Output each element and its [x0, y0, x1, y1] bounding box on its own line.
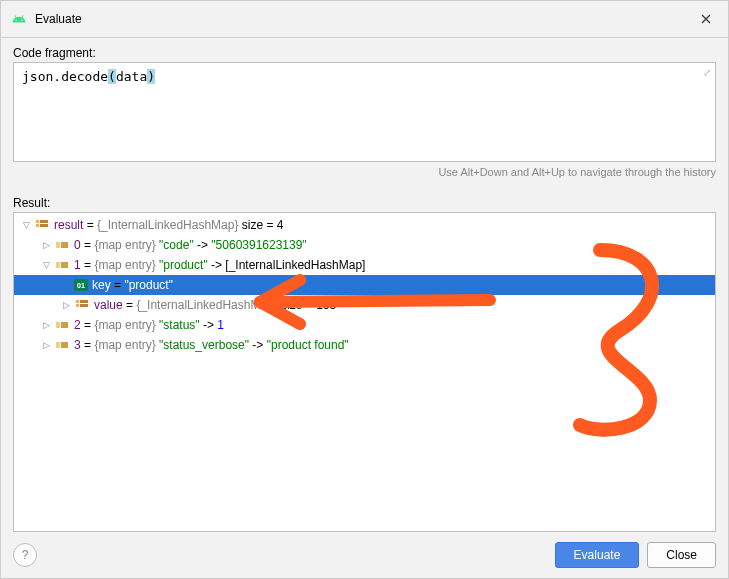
map-icon [34, 217, 50, 233]
entry-key: "status_verbose" [159, 338, 249, 352]
svg-rect-11 [80, 304, 88, 307]
chevron-right-icon[interactable]: ▷ [38, 240, 54, 250]
code-token: json.decode [22, 69, 108, 84]
tree-row-key-selected[interactable]: 01 key = "product" [14, 275, 715, 295]
var-type: {_InternalLinkedHashMap} [97, 218, 238, 232]
tree-row-entry[interactable]: ▷ 0 = {map entry} "code" -> "50603916231… [14, 235, 715, 255]
entry-tag: {map entry} [94, 338, 155, 352]
svg-rect-15 [61, 342, 68, 348]
svg-rect-9 [76, 304, 79, 307]
chevron-down-icon[interactable]: ▽ [38, 260, 54, 270]
entry-index: 1 [74, 258, 81, 272]
evaluate-dialog: Evaluate Code fragment: json.decode(data… [0, 0, 729, 579]
tree-row-root[interactable]: ▽ result = {_InternalLinkedHashMap} size… [14, 215, 715, 235]
svg-rect-13 [61, 322, 68, 328]
tree-row-entry[interactable]: ▷ 3 = {map entry} "status_verbose" -> "p… [14, 335, 715, 355]
entry-tag: {map entry} [94, 238, 155, 252]
svg-rect-7 [61, 262, 68, 268]
code-fragment-input[interactable]: json.decode(data) ⤢ [13, 62, 716, 162]
entry-value: "product found" [267, 338, 349, 352]
button-bar: ? Evaluate Close [1, 532, 728, 578]
chevron-down-icon[interactable]: ▽ [18, 220, 34, 230]
dialog-title: Evaluate [35, 12, 694, 26]
svg-rect-4 [56, 242, 60, 248]
svg-rect-0 [36, 220, 39, 223]
code-token-arg: data [116, 69, 147, 84]
map-entry-icon [54, 337, 70, 353]
entry-tag: {map entry} [94, 258, 155, 272]
svg-rect-12 [56, 322, 60, 328]
svg-rect-8 [76, 300, 79, 303]
entry-value: 1 [217, 318, 224, 332]
result-tree[interactable]: ▽ result = {_InternalLinkedHashMap} size… [13, 212, 716, 532]
entry-index: 0 [74, 238, 81, 252]
svg-rect-6 [56, 262, 60, 268]
tree-row-value[interactable]: ▷ value = {_InternalLinkedHashMap} size … [14, 295, 715, 315]
history-hint: Use Alt+Down and Alt+Up to navigate thro… [1, 162, 728, 188]
tree-row-entry[interactable]: ▷ 2 = {map entry} "status" -> 1 [14, 315, 715, 335]
android-icon [11, 11, 27, 27]
expand-icon[interactable]: ⤢ [703, 67, 711, 78]
entry-index: 2 [74, 318, 81, 332]
code-fragment-label: Code fragment: [1, 38, 728, 62]
svg-rect-2 [40, 220, 48, 223]
entry-key: "product" [159, 258, 208, 272]
close-button[interactable]: Close [647, 542, 716, 568]
map-entry-icon [54, 317, 70, 333]
entry-arrow: -> [252, 338, 263, 352]
entry-arrow: -> [203, 318, 214, 332]
child-value-type: {_InternalLinkedHashMap} [136, 298, 277, 312]
child-key-name: key [92, 278, 111, 292]
entry-arrow: -> [211, 258, 222, 272]
chevron-right-icon[interactable]: ▷ [38, 340, 54, 350]
svg-rect-14 [56, 342, 60, 348]
svg-rect-5 [61, 242, 68, 248]
string-icon: 01 [74, 279, 88, 291]
close-icon[interactable] [694, 7, 718, 31]
tree-row-entry[interactable]: ▽ 1 = {map entry} "product" -> [_Interna… [14, 255, 715, 275]
entry-tag: {map entry} [94, 318, 155, 332]
map-entry-icon [54, 237, 70, 253]
svg-rect-10 [80, 300, 88, 303]
entry-key: "code" [159, 238, 194, 252]
entry-index: 3 [74, 338, 81, 352]
chevron-right-icon[interactable]: ▷ [38, 320, 54, 330]
var-name: result [54, 218, 83, 232]
child-value-size: size = 163 [281, 298, 336, 312]
result-label: Result: [1, 188, 728, 212]
entry-value: "5060391623139" [211, 238, 306, 252]
chevron-right-icon[interactable]: ▷ [58, 300, 74, 310]
entry-key: "status" [159, 318, 200, 332]
code-token-open: ( [108, 69, 116, 84]
child-value-name: value [94, 298, 123, 312]
code-token-close: ) [147, 69, 155, 84]
map-entry-icon [54, 257, 70, 273]
child-key-value: "product" [124, 278, 173, 292]
svg-rect-3 [40, 224, 48, 227]
map-icon [74, 297, 90, 313]
var-size: size = 4 [242, 218, 284, 232]
entry-value: [_InternalLinkedHashMap] [225, 258, 365, 272]
entry-arrow: -> [197, 238, 208, 252]
svg-rect-1 [36, 224, 39, 227]
titlebar: Evaluate [1, 1, 728, 38]
evaluate-button[interactable]: Evaluate [555, 542, 640, 568]
help-button[interactable]: ? [13, 543, 37, 567]
